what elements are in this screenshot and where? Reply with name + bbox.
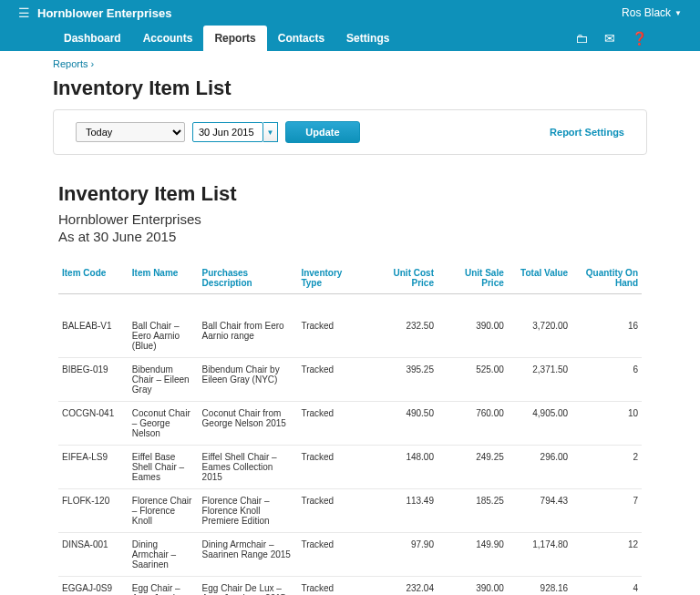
report-asat: As at 30 June 2015	[58, 229, 642, 244]
top-left: ☰ Hornblower Enterprises	[18, 5, 171, 20]
cell-type: Tracked	[297, 357, 367, 401]
page-title: Inventory Item List	[26, 73, 674, 109]
tab-dashboard[interactable]: Dashboard	[53, 26, 132, 51]
date-dropdown-button[interactable]: ▼	[263, 122, 278, 142]
user-menu[interactable]: Ros Black ▼	[622, 6, 682, 19]
breadcrumb: Reports ›	[26, 51, 674, 73]
cell-name: Dining Armchair – Saarinen	[129, 532, 199, 576]
cell-usp: 760.00	[438, 401, 508, 445]
cell-tv: 4,905.00	[508, 401, 571, 445]
cell-name: Coconut Chair – George Nelson	[129, 401, 199, 445]
topbar: ☰ Hornblower Enterprises Ros Black ▼	[0, 0, 700, 26]
col-qty-on-hand[interactable]: Quantity On Hand	[571, 262, 642, 294]
cell-ucp: 490.50	[367, 401, 438, 445]
cell-tv: 1,174.80	[508, 532, 571, 576]
cell-code: BIBEG-019	[58, 357, 129, 401]
cell-usp: 149.90	[438, 532, 508, 576]
inventory-table: Item Code Item Name Purchases Descriptio…	[58, 262, 642, 595]
cell-ucp: 395.25	[367, 357, 438, 401]
col-item-name[interactable]: Item Name	[129, 262, 199, 294]
cell-usp: 525.00	[438, 357, 508, 401]
cell-name: Ball Chair – Eero Aarnio (Blue)	[129, 314, 199, 358]
cell-code: EIFEA-LS9	[58, 445, 129, 488]
cell-name: Florence Chair – Florence Knoll	[129, 488, 199, 532]
date-input[interactable]	[192, 122, 263, 142]
report-org: Hornblower Enterprises	[58, 211, 642, 227]
period-select[interactable]: Today	[76, 122, 185, 142]
col-total-value[interactable]: Total Value	[508, 262, 571, 294]
cell-qty: 12	[571, 532, 642, 576]
cell-qty: 7	[571, 488, 642, 532]
cell-type: Tracked	[297, 314, 367, 358]
table-row: EGGAJ-0S9Egg Chair – Arne JacobsenEgg Ch…	[58, 576, 642, 595]
cell-name: Bibendum Chair – Eileen Gray	[129, 357, 199, 401]
cell-ucp: 97.90	[367, 532, 438, 576]
report-title: Inventory Item List	[58, 182, 642, 206]
col-purch-desc[interactable]: Purchases Description	[199, 262, 298, 294]
col-unit-sale[interactable]: Unit Sale Price	[438, 262, 508, 294]
cell-desc: Coconut Chair from George Nelson 2015	[199, 401, 298, 445]
cell-code: FLOFK-120	[58, 488, 129, 532]
org-name: Hornblower Enterprises	[37, 6, 171, 20]
cell-type: Tracked	[297, 576, 367, 595]
cell-usp: 390.00	[438, 576, 508, 595]
breadcrumb-reports[interactable]: Reports	[53, 58, 88, 69]
list-icon: ☰	[18, 5, 30, 20]
report-settings-link[interactable]: Report Settings	[550, 127, 624, 138]
table-header-row: Item Code Item Name Purchases Descriptio…	[58, 262, 642, 294]
col-inv-type[interactable]: Inventory Type	[297, 262, 367, 294]
cell-name: Egg Chair – Arne Jacobsen	[129, 576, 199, 595]
help-icon[interactable]: ❓	[632, 31, 647, 46]
cell-code: COCGN-041	[58, 401, 129, 445]
col-unit-cost[interactable]: Unit Cost Price	[367, 262, 438, 294]
cell-name: Eiffel Base Shell Chair – Eames	[129, 445, 199, 488]
cell-ucp: 113.49	[367, 488, 438, 532]
table-row: DINSA-001Dining Armchair – SaarinenDinin…	[58, 532, 642, 576]
table-row: EIFEA-LS9Eiffel Base Shell Chair – Eames…	[58, 445, 642, 488]
tab-contacts[interactable]: Contacts	[267, 26, 335, 51]
cell-desc: Eiffel Shell Chair – Eames Collection 20…	[199, 445, 298, 488]
user-name: Ros Black	[622, 6, 671, 19]
col-item-code[interactable]: Item Code	[58, 262, 129, 294]
cell-qty: 4	[571, 576, 642, 595]
cell-usp: 185.25	[438, 488, 508, 532]
cell-qty: 6	[571, 357, 642, 401]
cell-desc: Dining Armchair – Saarinen Range 2015	[199, 532, 298, 576]
cell-type: Tracked	[297, 532, 367, 576]
tab-settings[interactable]: Settings	[335, 26, 400, 51]
table-row: FLOFK-120Florence Chair – Florence Knoll…	[58, 488, 642, 532]
table-spacer	[58, 294, 642, 314]
cell-tv: 296.00	[508, 445, 571, 488]
cell-code: BALEAB-V1	[58, 314, 129, 358]
cell-type: Tracked	[297, 488, 367, 532]
cell-type: Tracked	[297, 445, 367, 488]
cell-desc: Ball Chair from Eero Aarnio range	[199, 314, 298, 358]
cell-type: Tracked	[297, 401, 367, 445]
table-row: BALEAB-V1Ball Chair – Eero Aarnio (Blue)…	[58, 314, 642, 358]
nav-tabs: Dashboard Accounts Reports Contacts Sett…	[53, 26, 400, 51]
mail-icon[interactable]: ✉	[604, 31, 615, 46]
breadcrumb-chevron-icon: ›	[91, 58, 95, 69]
cell-desc: Florence Chair – Florence Knoll Premiere…	[199, 488, 298, 532]
controls-box: Today ▼ Update Report Settings	[53, 109, 647, 155]
cell-code: EGGAJ-0S9	[58, 576, 129, 595]
cell-ucp: 232.04	[367, 576, 438, 595]
cell-tv: 928.16	[508, 576, 571, 595]
cell-qty: 10	[571, 401, 642, 445]
cell-qty: 2	[571, 445, 642, 488]
update-button[interactable]: Update	[285, 121, 360, 143]
cell-desc: Egg Chair De Lux – Arne Jacobsen 2015 Ra…	[199, 576, 298, 595]
cell-code: DINSA-001	[58, 532, 129, 576]
cell-tv: 2,371.50	[508, 357, 571, 401]
cell-ucp: 148.00	[367, 445, 438, 488]
cell-desc: Bibendum Chair by Eileen Gray (NYC)	[199, 357, 298, 401]
cell-tv: 794.43	[508, 488, 571, 532]
tab-reports[interactable]: Reports	[203, 26, 266, 51]
cell-ucp: 232.50	[367, 314, 438, 358]
tab-accounts[interactable]: Accounts	[132, 26, 204, 51]
page: Reports › Inventory Item List Today ▼ Up…	[0, 51, 700, 595]
table-row: COCGN-041Coconut Chair – George NelsonCo…	[58, 401, 642, 445]
table-row: BIBEG-019Bibendum Chair – Eileen GrayBib…	[58, 357, 642, 401]
nav-icons: 🗀 ✉ ❓	[575, 31, 647, 51]
files-icon[interactable]: 🗀	[575, 31, 588, 46]
